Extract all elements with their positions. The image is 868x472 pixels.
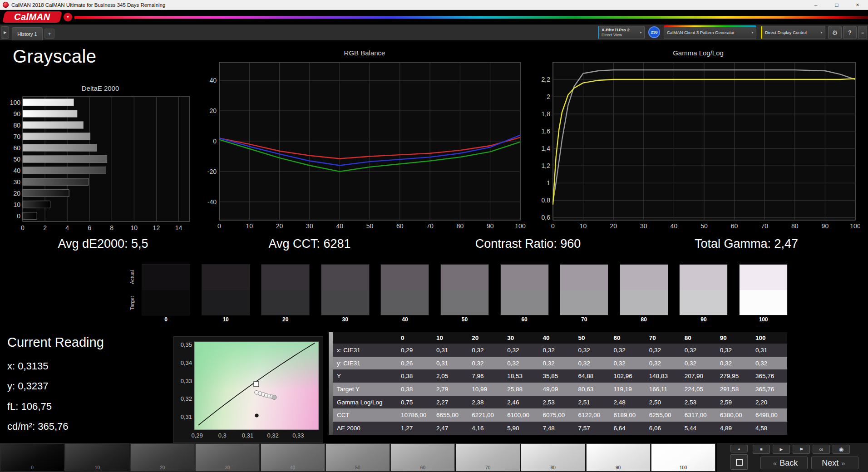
table-cell: 0,31 <box>432 357 468 370</box>
tab-history-1[interactable]: History 1 <box>12 27 43 40</box>
table-header-cell: 30 <box>503 332 538 344</box>
table-cell: 6189,00 <box>610 408 645 422</box>
svg-text:20: 20 <box>209 107 217 114</box>
play-icon: ▶ <box>780 447 783 452</box>
grayscale-swatch-20 <box>261 264 310 315</box>
svg-text:40: 40 <box>13 167 20 174</box>
stop-button[interactable]: ■ <box>753 445 770 454</box>
back-button[interactable]: « Back <box>760 457 808 469</box>
table-cell: 2,38 <box>468 396 503 409</box>
flag-button[interactable]: ⚑ <box>793 445 810 454</box>
pattern-swatch-0[interactable]: 0 <box>0 443 64 472</box>
pattern-swatch-70[interactable]: 70 <box>456 443 520 472</box>
stat-avg-cct: Avg CCT: 6281 <box>219 237 400 251</box>
pattern-swatch-label: 10 <box>65 465 129 470</box>
chevron-up-icon: ▲ <box>738 447 741 450</box>
history-arrow-icon: ▶ <box>4 30 6 34</box>
gamma-log-chart: 01020304050607080901002,221,81,61,41,210… <box>537 59 860 232</box>
help-button[interactable]: ? <box>843 26 857 39</box>
table-header-row: 0102030405060708090100 <box>333 332 787 344</box>
table-cell: 207,90 <box>681 369 716 383</box>
pattern-swatch-30[interactable]: 30 <box>195 443 260 472</box>
table-cell: 0,32 <box>716 357 751 370</box>
pattern-swatch-20[interactable]: 20 <box>130 443 195 472</box>
table-cell: 291,58 <box>716 383 751 396</box>
svg-text:0,33: 0,33 <box>181 378 192 384</box>
table-cell: 6100,00 <box>503 408 538 422</box>
table-cell: 2,27 <box>432 396 468 409</box>
svg-text:6: 6 <box>88 224 91 231</box>
table-header-cell: 80 <box>681 332 716 344</box>
table-row-label: CCT <box>333 408 397 422</box>
advance-button[interactable]: » <box>858 26 867 39</box>
pattern-source-dropdown[interactable]: CalMAN Client 3 Pattern Generator ▼ <box>664 26 756 39</box>
tab-bar: ▶ History 1 + X-Rite i1Pro 2 Direct View… <box>0 25 868 40</box>
aperture-button[interactable]: ◉ <box>833 445 850 454</box>
measurement-table: 0102030405060708090100x: CIE310,290,310,… <box>329 332 787 435</box>
collapse-pattern-bar-button[interactable]: ▲ <box>730 445 748 452</box>
svg-text:100: 100 <box>10 99 21 106</box>
svg-text:70: 70 <box>13 133 20 140</box>
svg-text:0: 0 <box>551 222 555 230</box>
svg-text:70: 70 <box>426 222 434 230</box>
svg-text:0: 0 <box>21 224 25 231</box>
rgb-balance-chart: 010203040506070809010040200-20-40 <box>203 59 526 232</box>
settings-button[interactable]: ⚙ <box>828 26 842 39</box>
maximize-button[interactable]: □ <box>826 0 847 10</box>
logo-dropdown-icon[interactable]: ▼ <box>64 13 72 21</box>
svg-text:90: 90 <box>822 222 829 230</box>
pattern-swatch-50[interactable]: 50 <box>326 443 390 472</box>
chevrons-right-icon: » <box>841 459 845 467</box>
target-row-label: Target <box>129 290 135 316</box>
close-button[interactable]: × <box>847 0 868 10</box>
calman-logo[interactable]: CalMAN <box>2 11 62 23</box>
play-button[interactable]: ▶ <box>773 445 790 454</box>
table-row: x: CIE310,290,310,320,320,320,320,320,32… <box>333 344 787 357</box>
svg-text:30: 30 <box>640 222 647 230</box>
svg-text:30: 30 <box>306 222 313 230</box>
table-cell: 0,32 <box>574 357 609 370</box>
table-cell: 365,76 <box>751 383 787 396</box>
stat-avg-de2000: Avg dE2000: 5,5 <box>12 237 194 251</box>
table-row: Gamma Log/Log0,752,272,382,462,532,512,4… <box>333 396 787 409</box>
table-grip[interactable] <box>329 332 333 435</box>
svg-text:12: 12 <box>153 224 160 231</box>
pattern-swatch-40[interactable]: 40 <box>261 443 325 472</box>
table-cell: 0,75 <box>397 396 432 409</box>
table-cell: 5,90 <box>503 422 538 435</box>
table-row-label: Y <box>333 369 397 383</box>
table-cell: 10,99 <box>468 383 503 396</box>
table-cell: 279,95 <box>716 369 751 383</box>
table-cell: 2,79 <box>432 383 468 396</box>
calman-logo-text: CalMAN <box>14 12 50 22</box>
display-control-dropdown[interactable]: Direct Display Control ▼ <box>761 26 825 39</box>
svg-text:0: 0 <box>213 138 217 145</box>
target-swatch-90 <box>680 290 727 315</box>
svg-text:4: 4 <box>65 224 69 231</box>
table-cell: 0,38 <box>397 369 432 383</box>
pattern-swatch-label: 60 <box>391 465 454 470</box>
swatch-level-label: 10 <box>202 316 250 323</box>
history-panel-toggle[interactable]: ▶ <box>1 26 9 39</box>
pattern-swatch-10[interactable]: 10 <box>65 443 129 472</box>
add-tab-button[interactable]: + <box>44 29 54 39</box>
meter-count-badge[interactable]: 238 <box>648 26 660 38</box>
table-cell: 2,20 <box>751 396 787 409</box>
pattern-swatch-label: 40 <box>261 465 325 470</box>
pattern-swatch-90[interactable]: 90 <box>586 443 651 472</box>
swatch-level-label: 0 <box>142 316 190 323</box>
svg-text:-40: -40 <box>207 198 217 206</box>
next-button[interactable]: Next » <box>811 457 858 469</box>
table-cell: 6,64 <box>610 422 645 435</box>
table-cell: 2,53 <box>681 396 716 409</box>
pattern-swatch-100[interactable]: 100 <box>651 443 715 472</box>
pattern-swatch-60[interactable]: 60 <box>390 443 455 472</box>
pattern-swatch-80[interactable]: 80 <box>521 443 585 472</box>
pattern-window-button[interactable] <box>730 454 748 470</box>
minimize-button[interactable]: – <box>805 0 826 10</box>
loop-button[interactable]: ∞ <box>813 445 830 454</box>
svg-text:10: 10 <box>246 222 253 230</box>
meter-dropdown[interactable]: X-Rite i1Pro 2 Direct View ▼ <box>598 26 645 39</box>
table-cell: 119,19 <box>610 383 645 396</box>
pattern-swatch-label: 20 <box>131 465 194 470</box>
